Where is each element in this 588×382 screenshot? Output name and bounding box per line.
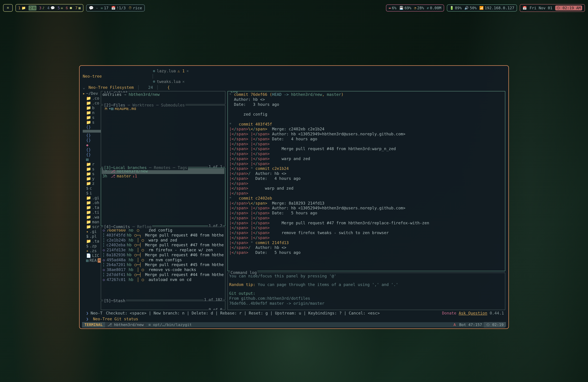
statusline-mode: TERMINAL bbox=[82, 322, 105, 327]
neotree-item[interactable]: 📁 .co bbox=[83, 96, 101, 101]
log-line: zed config bbox=[229, 112, 504, 117]
neotree-item[interactable]: ▤ REA M bbox=[83, 258, 101, 263]
topbar: ⌘ 1📁2⧉3♪4💬5✉6⏺7▦ 💬 - ✉ 17 📅 !1/3 ⏱ rice … bbox=[3, 3, 585, 13]
neotree-root[interactable]: ▸ ~/Dev bbox=[83, 91, 101, 96]
log-line: |</span> |</span> Merge pull request #48… bbox=[229, 146, 504, 151]
winbar-title: Neo-Tree Filesystem bbox=[88, 85, 134, 90]
lua-icon: ⚙ bbox=[153, 69, 155, 73]
tray-clock[interactable]: ⏱ rice bbox=[128, 6, 142, 10]
neotree-item[interactable]: ✦ .gi bbox=[83, 229, 101, 234]
version-text: 0.44.1 bbox=[490, 311, 504, 315]
statusline-time: ⏲ 02:19 bbox=[484, 322, 506, 327]
neotree-item[interactable]: 📁 .gi bbox=[83, 195, 101, 200]
commit-row[interactable]: ◇214fd13ehb│ ○rm firefox - replace w/ ze… bbox=[103, 248, 224, 252]
neotree-item[interactable]: 📁 .ta bbox=[83, 205, 101, 210]
workspace-2[interactable]: 2⧉ bbox=[29, 5, 36, 10]
log-line: * commit c2402eb bbox=[229, 196, 504, 201]
panel-commits[interactable]: [4]─Commits ─ Reflog ◇76def660hb○zed con… bbox=[101, 227, 225, 300]
neotree-item[interactable]: {} bbox=[83, 147, 101, 152]
close-icon[interactable]: × bbox=[186, 69, 189, 74]
neotree-item[interactable]: ✦ .zs bbox=[83, 248, 101, 253]
tab-1[interactable]: ⚙tweaks.lua× bbox=[152, 79, 190, 84]
neotree-item[interactable]: 📁 scr bbox=[83, 224, 101, 229]
neotree-item[interactable]: $ .pl bbox=[83, 234, 101, 239]
commit-row[interactable]: ╎2b4a7201hb○─┤Merge pull request #45 fro… bbox=[103, 262, 224, 267]
list-icon: ≡ bbox=[148, 323, 151, 327]
neotree-item[interactable]: 📁 .ta bbox=[83, 239, 101, 244]
commit-row[interactable]: ╎c2e1b24bhb│ ○warp and zed bbox=[103, 238, 224, 243]
wifi-stat[interactable]: 📶192.168.0.127 bbox=[479, 6, 514, 10]
close-icon[interactable]: × bbox=[182, 79, 185, 84]
neotree-item[interactable]: {} bbox=[83, 133, 101, 138]
workspace-3[interactable]: 3♪ bbox=[39, 6, 44, 10]
tray-chat[interactable]: 💬 - bbox=[89, 6, 98, 10]
commit-row[interactable]: ╎8a182936hb○─┤Merge pull request #46 fro… bbox=[103, 252, 224, 257]
workspace-4[interactable]: 4💬 bbox=[47, 6, 55, 10]
panel-branches[interactable]: [3]─Local branches ─ Remotes ─ Tags *⎇hb… bbox=[101, 168, 225, 226]
neotree-item[interactable]: 📁 .wa bbox=[83, 215, 101, 220]
log-line: |</span>/ Author: hb <> bbox=[229, 245, 504, 250]
menu-button[interactable]: ⌘ bbox=[3, 4, 13, 12]
workspace-1[interactable]: 1📁 bbox=[18, 6, 26, 10]
mem-stat: 💾69% bbox=[399, 6, 411, 10]
workspace-6[interactable]: 6⏺ bbox=[66, 6, 72, 10]
neotree-item[interactable]: 📁 man bbox=[83, 220, 101, 224]
neotree-item[interactable]: 📁 r bbox=[83, 162, 101, 167]
neotree-item[interactable]: {} bbox=[83, 125, 101, 130]
ask-question-link[interactable]: Ask Question bbox=[459, 311, 487, 315]
neotree-item[interactable]: 📁 z bbox=[83, 181, 101, 186]
neotree-item[interactable]: 📁 .oh bbox=[83, 200, 101, 205]
tray-mail[interactable]: ✉ 17 bbox=[101, 6, 108, 10]
panel-stash[interactable]: [5]─Stash 0 of 0 bbox=[101, 301, 225, 310]
neotree-item[interactable]: 📁 .ti bbox=[83, 210, 101, 215]
log-line: |</span> |</span> Date: 4 hours ago bbox=[229, 136, 504, 142]
tray-calendar[interactable]: 📅 !1/3 bbox=[111, 6, 126, 10]
log-line: |</span> |</span> bbox=[229, 225, 504, 230]
log-line: Date: 3 hours ago bbox=[229, 102, 504, 107]
commit-row[interactable]: ◇495ad48ahb│ ○rm nvm configs bbox=[103, 257, 224, 263]
commit-row[interactable]: ◇38ae8017hb│ ○remove vs-code hacks bbox=[103, 267, 224, 272]
volume-stat[interactable]: 🔊50% bbox=[464, 6, 477, 10]
neotree-item[interactable]: {} bbox=[83, 152, 101, 157]
neotree-item[interactable]: 📁 .co bbox=[83, 101, 101, 105]
lua-icon: ⚙ bbox=[153, 79, 155, 84]
neotree-item[interactable]: 📁 s bbox=[83, 115, 101, 120]
neotree-item[interactable]: $ .zp bbox=[83, 244, 101, 248]
log-line: |</span> * commit 214fd13 bbox=[229, 240, 504, 245]
neotree-item[interactable]: 📁 s bbox=[83, 172, 101, 176]
bufferline-left[interactable]: Neo-tree bbox=[83, 74, 102, 79]
workspace-7[interactable]: 7▦ bbox=[75, 6, 81, 10]
neotree-item[interactable]: 📄 LIC bbox=[83, 253, 101, 258]
neotree-item[interactable]: ◆ bbox=[83, 143, 101, 147]
commit-row[interactable]: ╎403f45fdhb○─┐Merge pull request #48 fro… bbox=[103, 233, 224, 238]
lazygit[interactable]: [1]─Status dotfiles → hbthen3rd/new [2]─… bbox=[101, 91, 505, 310]
neotree-sidebar[interactable]: ▸ ~/Dev 📁 .co 📁 .co 📁 b 📁 n 📁 s 📁 s {} {… bbox=[83, 91, 101, 310]
neotree-item[interactable]: {} bbox=[83, 138, 101, 143]
panel-files[interactable]: [2]─Files ─ Worktrees ─ Submodules M▾▤RE… bbox=[101, 105, 225, 167]
workspace-5[interactable]: 5✉ bbox=[58, 6, 63, 10]
commit-row[interactable]: ╎2d7ddf41hb○─┤Merge pull request #44 fro… bbox=[103, 272, 224, 277]
neotree-item[interactable]: $ i bbox=[83, 191, 101, 195]
commit-row[interactable]: ◇47267c01hb│ ○autoload nvm on cd bbox=[103, 277, 224, 282]
statusline-position: Bot 47:157 bbox=[458, 322, 484, 327]
panel-status[interactable]: [1]─Status dotfiles → hbthen3rd/new bbox=[101, 91, 225, 104]
commit-row[interactable]: ╎c2402ebahb○─┤Merge pull request #47 fro… bbox=[103, 243, 224, 248]
donate-link[interactable]: Donate bbox=[442, 311, 456, 315]
neotree-item[interactable]: $ c bbox=[83, 186, 101, 191]
winbar-linenum: 24 bbox=[148, 85, 153, 90]
wifi-icon: 📶 bbox=[479, 6, 484, 10]
tab-0[interactable]: ⚙lazy.lua⚠ 1× bbox=[152, 68, 190, 74]
terminal-window[interactable]: Neo-tree ⚙lazy.lua⚠ 1× │ ⚙tweaks.lua× ⌄ … bbox=[79, 65, 509, 329]
chevron-down-icon[interactable]: ⌄ bbox=[83, 85, 85, 90]
neotree-item[interactable]: ▤ bbox=[83, 157, 101, 162]
date-icon: 📅 bbox=[523, 6, 527, 10]
panel-command-log[interactable]: Command log You can hide/focus this pane… bbox=[228, 273, 505, 310]
panel-log[interactable]: Log * commit 76def66 (HEAD -> hbthen3rd/… bbox=[228, 91, 505, 271]
battery-icon: 🔋 bbox=[450, 6, 454, 10]
neotree-item[interactable]: 📁 b bbox=[83, 105, 101, 110]
neotree-item[interactable]: 📁 s bbox=[83, 120, 101, 125]
neotree-item[interactable]: 📁 n bbox=[83, 110, 101, 115]
branch-row[interactable]: 3h⎇master↓1 bbox=[103, 174, 224, 179]
neotree-item[interactable]: 📁 y bbox=[83, 176, 101, 181]
neotree-item[interactable]: 📁 s bbox=[83, 167, 101, 172]
